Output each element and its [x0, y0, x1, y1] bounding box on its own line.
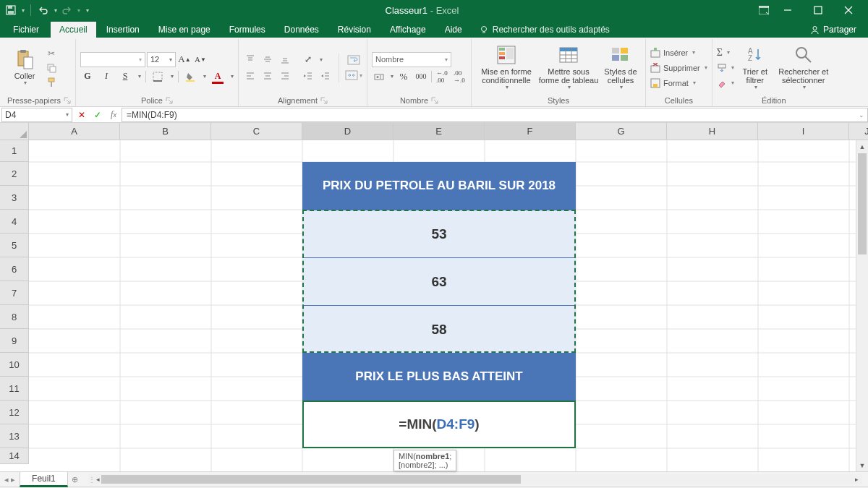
dialog-launcher-icon[interactable]	[64, 97, 71, 104]
find-select-button[interactable]: Rechercher et sélectionner▾	[776, 44, 831, 92]
italic-button[interactable]: I	[99, 69, 114, 84]
row-header-5[interactable]: 5	[0, 234, 29, 257]
tab-affichage[interactable]: Affichage	[381, 22, 435, 38]
expand-formula-bar-icon[interactable]: ⌄	[855, 108, 868, 122]
conditional-formatting-button[interactable]: Mise en forme conditionnelle▾	[476, 44, 537, 92]
minimize-button[interactable]	[773, 0, 803, 20]
new-sheet-button[interactable]: ⊕	[68, 475, 82, 484]
redo-dropdown-icon[interactable]: ▾	[77, 7, 80, 14]
row-header-12[interactable]: 12	[0, 401, 29, 424]
scroll-up-icon[interactable]: ▲	[856, 140, 868, 153]
underline-button[interactable]: S	[118, 69, 132, 84]
dialog-launcher-icon[interactable]	[166, 97, 173, 104]
decrease-font-icon[interactable]: A▼	[193, 52, 208, 67]
save-icon[interactable]	[4, 4, 17, 17]
row-header-7[interactable]: 7	[0, 281, 29, 305]
spreadsheet-grid[interactable]: A B C D E F G H I J 1 2 3 4 5 6 7 8 9 10…	[0, 123, 868, 471]
tab-file[interactable]: Fichier	[3, 22, 49, 38]
number-format-combo[interactable]: Nombre▾	[372, 52, 451, 67]
scroll-down-icon[interactable]: ▼	[856, 459, 868, 471]
increase-indent-icon[interactable]	[318, 69, 333, 83]
formula-input[interactable]: =MIN(D4:F9)	[122, 108, 855, 122]
col-header-D[interactable]: D	[302, 123, 393, 140]
dialog-launcher-icon[interactable]	[431, 97, 438, 104]
share-button[interactable]: Partager	[801, 22, 865, 38]
insert-cells-button[interactable]: Insérer ▾	[650, 46, 707, 60]
scroll-right-icon[interactable]: ▸	[851, 476, 862, 483]
tab-formules[interactable]: Formules	[221, 22, 274, 38]
col-header-B[interactable]: B	[120, 123, 211, 140]
row-header-2[interactable]: 2	[0, 162, 29, 186]
align-middle-icon[interactable]	[260, 52, 275, 67]
copy-icon[interactable]	[45, 61, 58, 74]
merge-center-icon[interactable]: ▾	[345, 69, 362, 82]
row-header-8[interactable]: 8	[0, 305, 29, 329]
qat-customize-icon[interactable]: ▾	[86, 7, 89, 14]
row-header-10[interactable]: 10	[0, 353, 29, 377]
format-as-table-button[interactable]: Mettre sous forme de tableau▾	[537, 44, 600, 92]
hscroll-thumb[interactable]	[101, 475, 521, 484]
cell-styles-button[interactable]: Styles de cellules▾	[600, 44, 641, 92]
enter-formula-icon[interactable]: ✓	[90, 108, 106, 122]
row-header-3[interactable]: 3	[0, 186, 29, 210]
comma-style-icon[interactable]: 000	[414, 69, 428, 84]
tab-aide[interactable]: Aide	[436, 22, 471, 38]
fill-button[interactable]: ▾	[717, 61, 734, 75]
row-header-11[interactable]: 11	[0, 377, 29, 401]
format-painter-icon[interactable]	[45, 76, 58, 89]
cancel-formula-icon[interactable]: ✕	[74, 108, 90, 122]
align-bottom-icon[interactable]	[278, 52, 292, 67]
percent-icon[interactable]: %	[396, 69, 411, 84]
active-edit-cell[interactable]: =MIN(D4:F9)	[302, 401, 576, 448]
decrease-decimal-icon[interactable]: .00→.0	[452, 69, 467, 84]
tab-mise-en-page[interactable]: Mise en page	[150, 22, 219, 38]
col-header-H[interactable]: H	[667, 123, 758, 140]
tab-revision[interactable]: Révision	[329, 22, 380, 38]
undo-dropdown-icon[interactable]: ▾	[54, 7, 57, 14]
bold-button[interactable]: G	[80, 69, 95, 84]
align-right-icon[interactable]	[278, 69, 292, 83]
row-header-1[interactable]: 1	[0, 140, 29, 162]
dialog-launcher-icon[interactable]	[320, 97, 328, 104]
tab-insertion[interactable]: Insertion	[98, 22, 148, 38]
autosum-button[interactable]: Σ ▾	[717, 46, 734, 60]
delete-cells-button[interactable]: Supprimer ▾	[650, 61, 707, 75]
sheet-nav[interactable]: ◂ ▸	[0, 475, 20, 484]
select-all-corner[interactable]	[0, 123, 29, 140]
sort-filter-button[interactable]: AZ Trier et filtrer▾	[737, 44, 773, 92]
undo-icon[interactable]	[37, 4, 50, 17]
row-header-14[interactable]: 14	[0, 448, 29, 464]
row-header-6[interactable]: 6	[0, 257, 29, 281]
row-header-4[interactable]: 4	[0, 210, 29, 234]
redo-icon[interactable]	[60, 4, 73, 17]
font-name-combo[interactable]: ▾	[80, 52, 145, 67]
row-header-9[interactable]: 9	[0, 329, 29, 353]
col-header-J[interactable]: J	[849, 123, 868, 140]
row-header-13[interactable]: 13	[0, 424, 29, 448]
qat-dropdown-icon[interactable]: ▾	[22, 7, 25, 14]
increase-font-icon[interactable]: A▲	[177, 52, 192, 67]
format-cells-button[interactable]: Format ▾	[650, 76, 707, 90]
col-header-G[interactable]: G	[576, 123, 667, 140]
tab-accueil[interactable]: Accueil	[51, 22, 96, 38]
paste-button[interactable]: Coller ▾	[7, 44, 42, 92]
vertical-scrollbar[interactable]: ▲ ▼	[856, 140, 868, 471]
tell-me-search[interactable]: Rechercher des outils adaptés	[472, 22, 617, 38]
insert-function-icon[interactable]: fx	[106, 108, 122, 122]
orientation-icon[interactable]: ⤢	[301, 52, 315, 67]
maximize-button[interactable]	[803, 0, 833, 20]
clear-button[interactable]: ▾	[717, 76, 734, 90]
font-color-icon[interactable]: A	[210, 69, 225, 84]
wrap-text-icon[interactable]	[345, 53, 362, 67]
border-icon[interactable]	[150, 69, 165, 84]
col-header-E[interactable]: E	[393, 123, 485, 140]
col-header-C[interactable]: C	[211, 123, 302, 140]
align-top-icon[interactable]	[243, 52, 258, 67]
fill-color-icon[interactable]	[183, 69, 197, 84]
col-header-F[interactable]: F	[485, 123, 576, 140]
name-box[interactable]: D4▾	[1, 108, 72, 122]
increase-decimal-icon[interactable]: ←.0.00	[435, 69, 449, 84]
align-center-icon[interactable]	[260, 69, 275, 83]
col-header-I[interactable]: I	[758, 123, 849, 140]
tab-donnees[interactable]: Données	[276, 22, 328, 38]
